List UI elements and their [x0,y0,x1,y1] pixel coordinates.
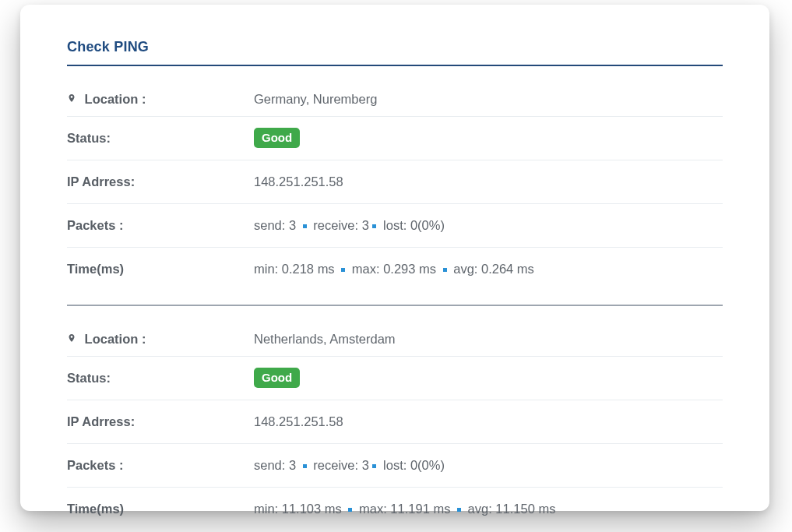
label-ip: IP Adrress: [67,414,135,428]
location-pin-icon [67,92,76,104]
dot-separator-icon [303,224,307,228]
label-ip: IP Adrress: [67,174,135,188]
label-time: Time(ms) [67,502,124,516]
result-block: Location : Netherlands, Amsterdam Status… [67,306,723,530]
time-min: min: 0.218 ms [254,262,335,276]
dot-separator-icon [341,268,345,272]
packets-send: send: 3 [254,458,296,472]
label-time: Time(ms) [67,262,124,276]
status-badge: Good [254,128,300,148]
dot-separator-icon [443,268,447,272]
dot-separator-icon [372,224,376,228]
packets-lost: lost: 0(0%) [383,458,445,472]
dot-separator-icon [303,464,307,468]
status-badge: Good [254,368,300,388]
value-ip: 148.251.251.58 [254,174,343,188]
label-status: Status: [67,371,111,385]
time-avg: avg: 0.264 ms [453,262,534,276]
label-packets: Packets : [67,458,123,472]
result-block: Location : Germany, Nuremberg Status: Go… [67,66,723,291]
value-location: Germany, Nuremberg [254,92,377,106]
packets-receive: receive: 3 [313,218,369,232]
location-pin-icon [67,332,76,344]
time-avg: avg: 11.150 ms [468,502,556,516]
packets-lost: lost: 0(0%) [383,218,445,232]
time-max: max: 11.191 ms [359,502,450,516]
value-ip: 148.251.251.58 [254,414,343,428]
label-location: Location : [85,92,146,106]
label-location: Location : [85,332,146,346]
value-location: Netherlands, Amsterdam [254,332,396,346]
page-title: Check PING [67,39,723,65]
label-packets: Packets : [67,218,123,232]
dot-separator-icon [372,464,376,468]
label-status: Status: [67,131,111,145]
dot-separator-icon [348,508,352,512]
ping-results-card: Check PING Location : Germany, Nuremberg… [20,5,769,511]
packets-send: send: 3 [254,218,296,232]
time-min: min: 11.103 ms [254,502,342,516]
time-max: max: 0.293 ms [352,262,436,276]
packets-receive: receive: 3 [313,458,369,472]
dot-separator-icon [457,508,461,512]
